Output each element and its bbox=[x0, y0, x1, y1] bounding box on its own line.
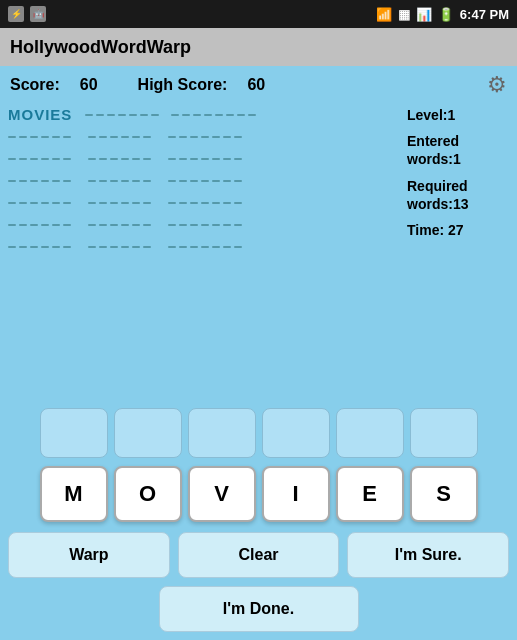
word-grid: MOVIES bbox=[8, 102, 399, 402]
app-title-bar: HollywoodWordWarp bbox=[0, 28, 517, 66]
score-value: 60 bbox=[80, 76, 98, 94]
letter-tile-m[interactable]: M bbox=[40, 466, 108, 522]
grid-row-6 bbox=[8, 216, 399, 234]
signal-bars-icon: 📊 bbox=[416, 7, 432, 22]
empty-tiles-row bbox=[0, 402, 517, 462]
required-words-info: Required words:13 bbox=[407, 177, 509, 213]
wifi-icon: ▦ bbox=[398, 7, 410, 22]
high-score-label: High Score: bbox=[138, 76, 228, 94]
action-buttons-row: Warp Clear I'm Sure. bbox=[0, 528, 517, 582]
empty-tile-3 bbox=[188, 408, 256, 458]
letter-tile-i[interactable]: I bbox=[262, 466, 330, 522]
clear-button[interactable]: Clear bbox=[178, 532, 340, 578]
grid-row-2 bbox=[8, 128, 399, 146]
empty-tile-1 bbox=[40, 408, 108, 458]
entered-words-info: Entered words:1 bbox=[407, 132, 509, 168]
dashes-1 bbox=[85, 106, 159, 124]
right-panel: Level:1 Entered words:1 Required words:1… bbox=[399, 102, 509, 402]
battery-icon: 🔋 bbox=[438, 7, 454, 22]
grid-row-4 bbox=[8, 172, 399, 190]
content-area: MOVIES bbox=[0, 102, 517, 402]
dashes-2 bbox=[171, 106, 256, 124]
empty-tile-6 bbox=[410, 408, 478, 458]
main-content: Score: 60 High Score: 60 ⚙ MOVIES bbox=[0, 66, 517, 640]
score-row: Score: 60 High Score: 60 ⚙ bbox=[0, 66, 517, 102]
signal-icon: 📶 bbox=[376, 7, 392, 22]
grid-row-7 bbox=[8, 238, 399, 256]
im-sure-button[interactable]: I'm Sure. bbox=[347, 532, 509, 578]
empty-tile-4 bbox=[262, 408, 330, 458]
app-title: HollywoodWordWarp bbox=[10, 37, 191, 58]
letter-tile-o[interactable]: O bbox=[114, 466, 182, 522]
im-done-button[interactable]: I'm Done. bbox=[159, 586, 359, 632]
grid-row-5 bbox=[8, 194, 399, 212]
done-row: I'm Done. bbox=[0, 582, 517, 640]
high-score-value: 60 bbox=[247, 76, 265, 94]
time-display: 6:47 PM bbox=[460, 7, 509, 22]
usb-icon: ⚡ bbox=[8, 6, 24, 22]
letter-tile-e[interactable]: E bbox=[336, 466, 404, 522]
status-bar: ⚡ 🤖 📶 ▦ 📊 🔋 6:47 PM bbox=[0, 0, 517, 28]
warp-button[interactable]: Warp bbox=[8, 532, 170, 578]
level-info: Level:1 bbox=[407, 106, 509, 124]
letter-tile-s[interactable]: S bbox=[410, 466, 478, 522]
letter-tile-v[interactable]: V bbox=[188, 466, 256, 522]
found-word-movies: MOVIES bbox=[8, 106, 72, 124]
score-label: Score: bbox=[10, 76, 60, 94]
grid-row-1: MOVIES bbox=[8, 106, 399, 124]
settings-icon[interactable]: ⚙ bbox=[487, 72, 507, 98]
time-info: Time: 27 bbox=[407, 221, 509, 239]
empty-tile-2 bbox=[114, 408, 182, 458]
letter-tiles-row: M O V I E S bbox=[0, 462, 517, 528]
empty-tile-5 bbox=[336, 408, 404, 458]
android-icon: 🤖 bbox=[30, 6, 46, 22]
grid-row-3 bbox=[8, 150, 399, 168]
